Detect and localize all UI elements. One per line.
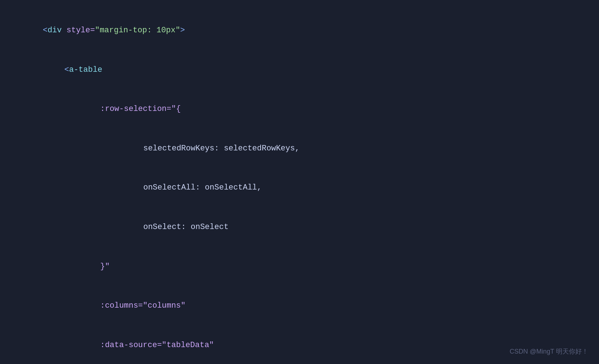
code-text: <a-table — [36, 51, 102, 89]
code-editor: <div style="margin-top: 10px"> <a-table … — [0, 0, 599, 364]
code-text: }" — [72, 247, 110, 285]
code-line: <a-table — [0, 50, 599, 90]
code-line: onSelectAll: onSelectAll, — [0, 168, 599, 207]
code-line: :data-source="tableData" — [0, 326, 599, 364]
code-text: onSelectAll: onSelectAll, — [115, 169, 262, 207]
code-line: onSelect: onSelect — [0, 207, 599, 247]
code-line: :columns="columns" — [0, 286, 599, 326]
code-line: :row-selection="{ — [0, 89, 599, 129]
code-text: selectedRowKeys: selectedRowKeys, — [115, 130, 300, 168]
code-line: selectedRowKeys: selectedRowKeys, — [0, 129, 599, 168]
watermark: CSDN @MingT 明天你好！ — [510, 346, 588, 357]
code-text: onSelect: onSelect — [115, 208, 229, 246]
code-text: :columns="columns" — [72, 287, 186, 325]
code-text: :data-source="tableData" — [72, 326, 214, 364]
code-line: }" — [0, 247, 599, 286]
code-line: <div style="margin-top: 10px"> — [0, 11, 599, 50]
code-text: <div style="margin-top: 10px"> — [14, 11, 185, 50]
code-text: :row-selection="{ — [72, 90, 181, 128]
